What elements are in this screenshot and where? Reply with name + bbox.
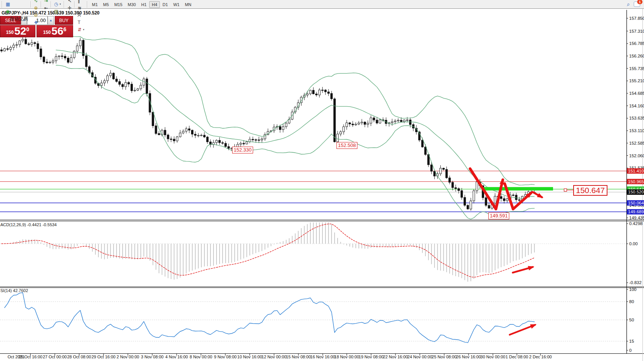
chat-icon[interactable]: 1 <box>634 2 640 7</box>
sell-price-display[interactable]: 150 52 0 <box>0 25 35 37</box>
template-icon[interactable]: ▧▾ <box>53 8 63 15</box>
chart-canvas[interactable]: 157.850157.310156.785156.260155.735155.2… <box>0 0 644 361</box>
tile-windows-icon: ❖ <box>34 20 38 25</box>
bollinger-middle-band <box>56 50 534 198</box>
date-tick-label: 4 Nov 16:00 <box>165 355 188 359</box>
text-icon[interactable]: A <box>76 11 86 19</box>
candle-body <box>485 198 487 205</box>
auto-trading-icon[interactable]: ◔自动交易 <box>4 15 29 22</box>
candle-body <box>343 127 344 132</box>
sell-price-prefix: 150 <box>6 30 14 35</box>
candle-body <box>128 83 130 84</box>
candle-body <box>228 147 230 149</box>
dropdown-arrow-icon[interactable]: ▾ <box>60 10 61 13</box>
rsi-tick-label: 80 <box>629 299 634 304</box>
dropdown-arrow-icon[interactable]: ▾ <box>60 3 61 6</box>
line-chart-icon[interactable]: ∿ <box>32 0 40 4</box>
date-tick-label: 28 Oct 08:00 <box>67 355 91 359</box>
text-label-icon[interactable]: T <box>76 19 86 26</box>
arrows-icon[interactable]: ⇵▾ <box>76 26 86 33</box>
price-tick-label: 157.850 <box>629 16 644 21</box>
candle-body <box>110 73 112 76</box>
timeframe-button-mn[interactable]: MN <box>182 1 194 8</box>
price-line-badge-label: 150.064 <box>628 201 644 205</box>
period-icon[interactable]: ◷▾ <box>53 1 63 8</box>
cursor-icon[interactable]: ↖ <box>66 0 73 4</box>
candle-body <box>6 49 8 50</box>
candle-body <box>218 140 220 142</box>
cursor-icon: ↖ <box>68 0 72 3</box>
buy-price-display[interactable]: 150 56 6 <box>37 25 73 37</box>
candle-body <box>100 83 102 86</box>
toolbar-grip[interactable] <box>64 1 65 8</box>
date-tick-label: 30 Nov 00:00 <box>480 355 505 359</box>
candle-body <box>494 196 496 203</box>
timeframe-button-h1[interactable]: H1 <box>139 1 149 8</box>
candle-body <box>137 89 139 90</box>
candle-body <box>43 57 45 62</box>
candle-body <box>488 205 490 208</box>
candle-body <box>285 123 287 126</box>
price-label-149591[interactable]: 149.591 <box>488 212 509 219</box>
timeframe-button-d1[interactable]: D1 <box>160 1 171 8</box>
candle-body <box>22 39 24 41</box>
candle-body <box>225 143 226 147</box>
candle-body <box>13 45 14 47</box>
timeframe-button-h4[interactable]: H4 <box>149 1 160 8</box>
crosshair-icon[interactable]: ✛ <box>66 4 73 11</box>
signal-icon[interactable]: ◉ <box>4 8 29 15</box>
price-label-152508[interactable]: 152.508 <box>336 142 357 149</box>
volume-increase-button[interactable]: ▲ <box>48 16 54 25</box>
candle-body <box>25 39 27 44</box>
search-icon[interactable]: ⌕ <box>627 2 630 7</box>
candle-body <box>503 199 505 201</box>
candle-body <box>331 93 333 99</box>
candle-body <box>240 143 242 144</box>
timeframe-button-m15[interactable]: M15 <box>112 1 125 8</box>
buy-button[interactable]: BUY <box>55 16 73 25</box>
macd-tick-label: 0.4298 <box>629 221 642 226</box>
candle-body <box>134 90 136 91</box>
candle-body <box>506 199 508 201</box>
candle-body <box>67 58 69 62</box>
candle-body <box>122 85 124 87</box>
candle-body <box>306 94 308 95</box>
rsi-indicator-label: SI(14) 42.7602 <box>0 288 28 293</box>
candle-body <box>255 140 257 141</box>
candle-body <box>64 56 66 58</box>
timeframe-button-m5[interactable]: M5 <box>100 1 112 8</box>
toolbar-grip[interactable] <box>2 1 3 8</box>
zoom-in-icon[interactable]: ⊕ <box>32 4 40 11</box>
price-label-152330[interactable]: 152.330 <box>232 147 253 153</box>
price-tick-label: 154.160 <box>629 104 644 108</box>
candle-body <box>421 140 423 147</box>
timeframe-button-m30[interactable]: M30 <box>125 1 139 8</box>
toolbar-grip[interactable] <box>87 1 89 8</box>
price-label-150647[interactable]: 150.647 <box>573 185 607 196</box>
channel-icon[interactable]: ∥ <box>76 0 86 4</box>
zoom-out-icon[interactable]: ⊖ <box>32 11 40 19</box>
auto-scroll-icon[interactable]: ⇥ <box>43 0 49 4</box>
chart-shift-icon[interactable]: ⇤ <box>43 4 49 11</box>
candle-body <box>176 137 178 141</box>
macd-tick-label: 0.00 <box>629 241 638 246</box>
candle-body <box>452 182 454 188</box>
timeframe-button-w1[interactable]: W1 <box>171 1 182 8</box>
red-arrow-annotation <box>513 267 533 273</box>
tile-windows-icon[interactable]: ❖ <box>32 19 40 26</box>
timeframe-button-m1[interactable]: M1 <box>89 1 100 8</box>
candle-body <box>116 79 118 81</box>
candle-body <box>258 140 260 141</box>
price-line-badge-label: 150.520 <box>628 190 644 194</box>
date-tick-label: 24 Nov 00:00 <box>407 355 432 359</box>
fibonacci-icon[interactable]: ≋ <box>76 4 86 11</box>
candle-body <box>361 122 363 123</box>
candle-body <box>152 112 154 126</box>
candle-body <box>158 134 160 135</box>
dropdown-arrow-icon[interactable]: ▾ <box>83 28 84 31</box>
candle-body <box>185 129 187 131</box>
price-tick-label: 155.735 <box>629 66 644 71</box>
candle-body <box>155 126 157 133</box>
candle-body <box>328 92 330 93</box>
chart-window-icon[interactable]: ▦ <box>4 1 29 8</box>
